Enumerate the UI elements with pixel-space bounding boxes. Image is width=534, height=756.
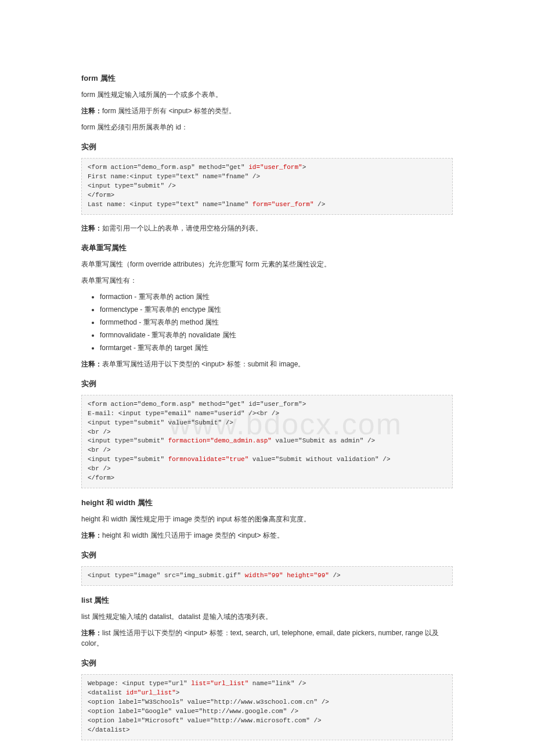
code-highlight: id="user_form"	[248, 164, 302, 171]
heading-override: 表单重写属性	[81, 243, 453, 253]
para: 表单重写属性（form override attributes）允许您重写 fo…	[81, 259, 453, 269]
para-note: 注释：如需引用一个以上的表单，请使用空格分隔的列表。	[81, 223, 453, 233]
code-text: E-mail: <input type="email" name="userid…	[88, 410, 279, 417]
note-text: 表单重写属性适用于以下类型的 <input> 标签：submit 和 image…	[102, 360, 305, 368]
code-text: Last name: <input type="text" name="lnam…	[88, 201, 252, 208]
code-block: <form action="demo_form.asp" method="get…	[81, 158, 453, 215]
para: 表单重写属性有：	[81, 275, 453, 286]
code-text: <input type="submit" />	[88, 182, 176, 189]
code-text: </form>	[88, 474, 114, 481]
code-text: name="link" />	[248, 680, 306, 687]
code-text: <option label="W3Schools" value="http://…	[88, 699, 329, 705]
code-text: value="Submit without validation" />	[248, 456, 390, 463]
code-text: />	[329, 572, 341, 579]
code-text: >	[176, 689, 180, 696]
heading-height-width: height 和 width 属性	[81, 498, 453, 508]
code-text: value="Submit as admin" />	[272, 437, 375, 444]
para: height 和 width 属性规定用于 image 类型的 input 标签…	[81, 514, 453, 524]
example-heading: 实例	[81, 379, 453, 389]
code-text: <datalist	[88, 689, 126, 696]
code-text: <br />	[88, 465, 111, 472]
para-note: 注释：form 属性适用于所有 <input> 标签的类型。	[81, 106, 453, 116]
para: list 属性规定输入域的 datalist。datalist 是输入域的选项列…	[81, 611, 453, 622]
list-item: formtarget - 重写表单的 target 属性	[100, 343, 453, 353]
code-block: <input type="image" src="img_submit.gif"…	[81, 566, 453, 586]
code-text: <option label="Microsoft" value="http://…	[88, 717, 322, 724]
code-block: <form action="demo_form.asp" method="get…	[81, 395, 453, 488]
code-highlight: id="url_list"	[126, 689, 176, 696]
code-highlight: width="99" height="99"	[245, 572, 329, 579]
code-text: <option label="Google" value="http://www…	[88, 708, 298, 715]
note-text: list 属性适用于以下类型的 <input> 标签：text, search,…	[81, 629, 439, 647]
attribute-list: formaction - 重写表单的 action 属性 formenctype…	[81, 291, 453, 353]
code-text: First name:<input type="text" name="fnam…	[88, 173, 260, 180]
note-text: height 和 width 属性只适用于 image 类型的 <input> …	[102, 531, 284, 539]
code-text: <br />	[88, 447, 111, 453]
example-heading: 实例	[81, 142, 453, 152]
code-text: <input type="submit"	[88, 437, 168, 444]
code-text: />	[313, 201, 325, 208]
note-label: 注释：	[81, 629, 102, 637]
code-text: <input type="submit" value="Submit" />	[88, 419, 233, 426]
code-text: </form>	[88, 192, 114, 199]
code-text: </datalist>	[88, 726, 130, 733]
code-text: <input type="submit"	[88, 456, 168, 463]
code-text: <form action="demo_form.asp" method="get…	[88, 401, 306, 408]
para: form 属性规定输入域所属的一个或多个表单。	[81, 89, 453, 100]
note-text: 如需引用一个以上的表单，请使用空格分隔的列表。	[102, 224, 262, 232]
code-text: Webpage: <input type="url"	[88, 680, 191, 687]
code-text: <form action="demo_form.asp" method="get…	[88, 164, 248, 171]
code-highlight: form="user_form"	[252, 201, 314, 208]
code-highlight: list="url_list"	[191, 680, 248, 687]
example-heading: 实例	[81, 550, 453, 560]
code-block: Webpage: <input type="url" list="url_lis…	[81, 674, 453, 740]
code-text: <input type="image" src="img_submit.gif"	[88, 572, 245, 579]
para-note: 注释：表单重写属性适用于以下类型的 <input> 标签：submit 和 im…	[81, 359, 453, 369]
example-heading: 实例	[81, 658, 453, 668]
heading-form-attr: form 属性	[81, 73, 453, 84]
heading-list-attr: list 属性	[81, 595, 453, 606]
para-note: 注释：list 属性适用于以下类型的 <input> 标签：text, sear…	[81, 628, 453, 649]
list-item: formmethod - 重写表单的 method 属性	[100, 317, 453, 327]
code-highlight: formaction="demo_admin.asp"	[168, 437, 272, 444]
note-label: 注释：	[81, 360, 102, 368]
note-label: 注释：	[81, 224, 102, 232]
code-text: >	[302, 164, 306, 171]
list-item: formenctype - 重写表单的 enctype 属性	[100, 304, 453, 315]
note-label: 注释：	[81, 107, 102, 115]
note-text: form 属性适用于所有 <input> 标签的类型。	[102, 107, 236, 115]
code-text: <br />	[88, 429, 111, 435]
para-note: 注释：height 和 width 属性只适用于 image 类型的 <inpu…	[81, 530, 453, 541]
code-highlight: formnovalidate="true"	[168, 456, 249, 463]
list-item: formnovalidate - 重写表单的 novalidate 属性	[100, 330, 453, 340]
document-page: www.bdocx.com form 属性 form 属性规定输入域所属的一个或…	[0, 0, 534, 756]
note-label: 注释：	[81, 531, 102, 539]
list-item: formaction - 重写表单的 action 属性	[100, 291, 453, 302]
para: form 属性必须引用所属表单的 id：	[81, 122, 453, 132]
